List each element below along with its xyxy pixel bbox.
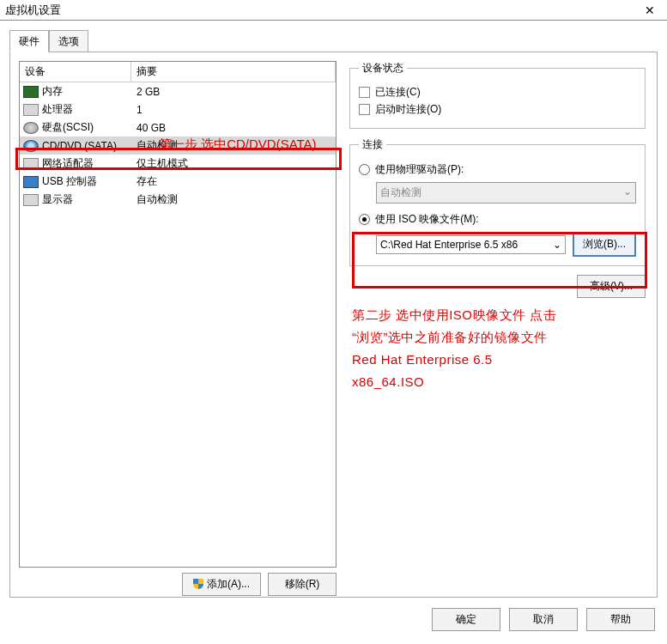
device-summary: 自动检测	[136, 192, 332, 207]
device-icon	[23, 176, 39, 188]
advanced-button[interactable]: 高级(V)...	[577, 275, 646, 298]
device-name: 处理器	[42, 102, 136, 117]
remove-button[interactable]: 移除(R)	[268, 573, 337, 596]
device-summary: 仅主机模式	[136, 156, 332, 171]
physical-drive-select: 自动检测 ⌄	[376, 182, 636, 204]
checkbox-icon	[359, 104, 370, 115]
browse-button[interactable]: 浏览(B)...	[573, 232, 636, 257]
add-button[interactable]: 添加(A)...	[182, 573, 261, 596]
dialog-footer: 确定 取消 帮助	[0, 598, 667, 641]
device-name: 硬盘(SCSI)	[42, 120, 136, 135]
connection-group: 连接 使用物理驱动器(P): 自动检测 ⌄ 使用 ISO 映像文件(M):	[349, 137, 646, 266]
device-icon	[23, 140, 39, 152]
radio-icon	[359, 164, 370, 175]
col-device[interactable]: 设备	[20, 62, 131, 82]
device-icon	[23, 104, 39, 116]
tab-hardware[interactable]: 硬件	[9, 30, 49, 52]
device-row-0[interactable]: 内存2 GB	[20, 82, 336, 100]
tab-strip: 硬件 选项	[9, 29, 658, 52]
chevron-down-icon: ⌄	[553, 239, 561, 251]
window-title: 虚拟机设置	[5, 3, 638, 18]
radio-icon	[359, 214, 370, 225]
device-summary: 1	[136, 104, 332, 116]
checkbox-icon	[359, 87, 370, 98]
device-summary: 40 GB	[136, 122, 332, 134]
ok-button[interactable]: 确定	[432, 608, 500, 631]
col-summary[interactable]: 摘要	[131, 62, 336, 82]
device-name: USB 控制器	[42, 174, 136, 189]
connected-checkbox[interactable]: 已连接(C)	[359, 85, 636, 100]
device-icon	[23, 158, 39, 170]
use-physical-radio[interactable]: 使用物理驱动器(P):	[359, 162, 636, 177]
device-name: 网络适配器	[42, 156, 136, 171]
device-row-1[interactable]: 处理器1	[20, 100, 336, 118]
shield-icon	[193, 579, 203, 589]
cancel-button[interactable]: 取消	[509, 608, 578, 631]
device-status-legend: 设备状态	[359, 61, 407, 76]
annotation-step2: 第二步 选中使用ISO映像文件 点击“浏览”选中之前准备好的镜像文件 Red H…	[352, 304, 558, 393]
device-name: CD/DVD (SATA)	[42, 140, 136, 152]
device-row-5[interactable]: USB 控制器存在	[20, 173, 336, 191]
title-bar: 虚拟机设置 ✕	[0, 0, 667, 21]
close-icon[interactable]: ✕	[638, 3, 662, 17]
device-status-group: 设备状态 已连接(C) 启动时连接(O)	[349, 61, 646, 129]
device-summary: 2 GB	[136, 86, 332, 98]
device-icon	[23, 194, 39, 206]
use-iso-radio[interactable]: 使用 ISO 映像文件(M):	[359, 212, 636, 227]
connect-at-poweron-checkbox[interactable]: 启动时连接(O)	[359, 102, 636, 117]
help-button[interactable]: 帮助	[586, 608, 655, 631]
device-icon	[23, 86, 39, 98]
annotation-step1: 第一步 选中CD/DVD(SATA)	[159, 137, 317, 153]
iso-path-input[interactable]: C:\Red Hat Enterprise 6.5 x86 ⌄	[376, 235, 566, 254]
device-row-2[interactable]: 硬盘(SCSI)40 GB	[20, 118, 336, 137]
device-name: 内存	[42, 84, 136, 99]
list-header: 设备 摘要	[20, 62, 336, 82]
connection-legend: 连接	[359, 137, 386, 152]
device-icon	[23, 122, 39, 134]
device-name: 显示器	[42, 192, 136, 207]
chevron-down-icon: ⌄	[623, 185, 632, 200]
tab-options[interactable]: 选项	[49, 30, 88, 52]
device-row-6[interactable]: 显示器自动检测	[20, 191, 336, 209]
device-row-4[interactable]: 网络适配器仅主机模式	[20, 155, 336, 173]
device-summary: 存在	[136, 174, 332, 189]
